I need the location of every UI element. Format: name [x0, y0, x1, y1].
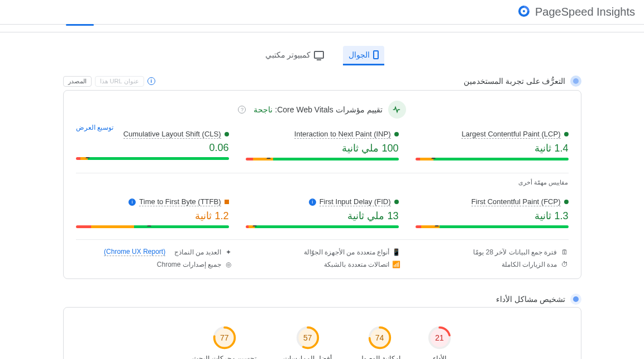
chrome-icon: ◎	[225, 261, 232, 268]
metric-inp-name[interactable]: Interaction to Next Paint (INP)	[294, 130, 391, 139]
info-badge-icon[interactable]: i	[128, 199, 136, 206]
devices-icon: 📱	[393, 248, 400, 256]
metric-lcp-name[interactable]: Largest Contentful Paint (LCP)	[461, 130, 560, 139]
core-metrics-grid: Largest Contentful Paint (LCP) 1.4 ثانية…	[76, 130, 569, 160]
status-dot-green	[225, 132, 229, 136]
perf-section-icon	[570, 294, 581, 305]
expand-view-link[interactable]: توسيع العرض	[76, 124, 113, 131]
metric-cls-name[interactable]: Cumulative Layout Shift (CLS)	[123, 130, 221, 139]
meta-grid: 🗓فترة جمع البيانات لآخر 28 يومًا 📱أنواع …	[76, 239, 569, 268]
metric-fcp-value: 1.3 ثانية	[416, 210, 569, 222]
cwv-assessment: تقييم مؤشرات Core Web Vitals: ناجحة ?	[76, 101, 569, 119]
metric-cls-bar	[76, 157, 229, 160]
metric-inp-bar	[246, 158, 399, 160]
crux-report-link[interactable]: (Chrome UX Report)	[104, 248, 165, 256]
meta-period: 🗓فترة جمع البيانات لآخر 28 يومًا	[412, 248, 569, 256]
ux-section-title: التعرُّف على تجربة المستخدمين	[464, 77, 566, 86]
psi-logo-icon	[517, 4, 531, 20]
gauge-performance-score: 21	[427, 325, 452, 350]
app-header: PageSpeed Insights	[0, 0, 644, 25]
meta-chrome: ◎جميع إصدارات Chrome	[76, 261, 233, 268]
help-icon[interactable]: ?	[238, 106, 246, 114]
gauge-best-score: 57	[295, 325, 320, 350]
metric-cls-value: 0.06	[76, 142, 229, 154]
status-square-orange	[225, 200, 229, 204]
info-icon[interactable]: i	[147, 77, 155, 85]
clock-icon: ⏱	[561, 261, 569, 268]
origin-scope-chip[interactable]: المصدر	[63, 76, 92, 87]
url-scope-chip[interactable]: عنوان URL هذا	[95, 76, 144, 87]
brand-text: PageSpeed Insights	[535, 6, 635, 18]
divider	[76, 173, 569, 173]
brand[interactable]: PageSpeed Insights	[517, 4, 635, 20]
gauge-accessibility-score: 74	[368, 325, 392, 350]
other-metrics-grid: First Contentful Paint (FCP) 1.3 ثانية F…	[76, 197, 569, 228]
status-dot-green	[564, 132, 569, 136]
gauge-seo[interactable]: 77 تحسين محركات البحث	[192, 325, 256, 359]
perf-section: تشخيص مشاكل الأداء 21 الأداء 74 إمكانية …	[63, 294, 581, 359]
mobile-icon	[373, 50, 379, 59]
ux-card: تقييم مؤشرات Core Web Vitals: ناجحة ? تو…	[63, 90, 581, 279]
status-dot-green	[394, 132, 399, 136]
other-metrics-label: مقاييس مهمّة أخرى	[76, 179, 569, 186]
metric-lcp: Largest Contentful Paint (LCP) 1.4 ثانية	[416, 130, 569, 160]
metric-fid-name[interactable]: First Input Delay (FID)	[319, 197, 391, 206]
gauge-best-label: أفضل الممارسات	[283, 355, 332, 359]
cwv-assessment-text: تقييم مؤشرات Core Web Vitals: ناجحة	[254, 105, 382, 114]
gauge-seo-label: تحسين محركات البحث	[192, 355, 256, 359]
metric-inp-value: 100 ملي ثانية	[246, 142, 399, 154]
perf-card: 21 الأداء 74 إمكانية الوصول 57 أفضل المم…	[63, 307, 581, 359]
metric-ttfb-bar	[76, 225, 229, 228]
meta-network: 📶اتصالات متعددة بالشبكة	[244, 261, 400, 268]
tab-desktop[interactable]: كمبيوتر مكتبي	[260, 46, 330, 65]
metric-ttfb-value: 1.2 ثانية	[76, 210, 229, 222]
pulse-icon	[388, 101, 406, 119]
tab-mobile-label: الجوال	[349, 50, 370, 59]
status-dot-green	[394, 200, 399, 204]
meta-devices: 📱أنواع متعددة من الأجهزة الجوّالة	[244, 248, 400, 256]
metric-fid: First Input Delay (FID)i 13 ملي ثانية	[246, 197, 399, 228]
main-content: الجوال كمبيوتر مكتبي التعرُّف على تجربة …	[54, 32, 590, 359]
calendar-icon: 🗓	[561, 248, 569, 256]
svg-point-0	[523, 10, 525, 12]
metric-ttfb-name[interactable]: Time to First Byte (TTFB)	[139, 197, 221, 206]
metric-fcp: First Contentful Paint (FCP) 1.3 ثانية	[416, 197, 569, 228]
metric-fid-bar	[246, 225, 399, 228]
device-tabs: الجوال كمبيوتر مكتبي	[63, 46, 581, 65]
metric-lcp-bar	[416, 158, 569, 160]
ux-section-icon	[570, 75, 581, 87]
gauge-performance-label: الأداء	[433, 355, 446, 359]
search-row	[0, 25, 644, 32]
metric-fid-value: 13 ملي ثانية	[246, 210, 399, 222]
info-badge-icon[interactable]: i	[309, 199, 316, 206]
gauge-accessibility[interactable]: 74 إمكانية الوصول	[359, 325, 400, 359]
samples-icon: ✦	[225, 248, 232, 256]
tab-mobile[interactable]: الجوال	[343, 46, 384, 65]
perf-section-title: تشخيص مشاكل الأداء	[496, 295, 566, 304]
tab-desktop-label: كمبيوتر مكتبي	[265, 50, 311, 59]
gauge-best-practices[interactable]: 57 أفضل الممارسات	[283, 325, 332, 359]
ux-section-header: التعرُّف على تجربة المستخدمين i عنوان UR…	[63, 75, 581, 87]
active-underline	[66, 24, 94, 26]
metric-inp: Interaction to Next Paint (INP) 100 ملي …	[246, 130, 399, 160]
metric-fcp-name[interactable]: First Contentful Paint (FCP)	[471, 197, 561, 206]
wifi-icon: 📶	[393, 261, 400, 268]
metric-lcp-value: 1.4 ثانية	[416, 142, 569, 154]
metric-cls: Cumulative Layout Shift (CLS) 0.06	[76, 130, 229, 160]
meta-sessions: ⏱مدة الزيارات الكاملة	[412, 261, 569, 268]
metric-fcp-bar	[416, 225, 569, 228]
gauge-performance[interactable]: 21 الأداء	[427, 325, 452, 359]
status-dot-green	[564, 200, 569, 204]
gauge-accessibility-label: إمكانية الوصول	[359, 355, 400, 359]
gauge-seo-score: 77	[212, 325, 237, 350]
desktop-icon	[314, 51, 324, 59]
meta-samples: ✦العديد من النماذج (Chrome UX Report)	[76, 248, 233, 256]
metric-ttfb: Time to First Byte (TTFB)i 1.2 ثانية	[76, 197, 229, 228]
gauges-row: 21 الأداء 74 إمكانية الوصول 57 أفضل المم…	[76, 325, 569, 359]
